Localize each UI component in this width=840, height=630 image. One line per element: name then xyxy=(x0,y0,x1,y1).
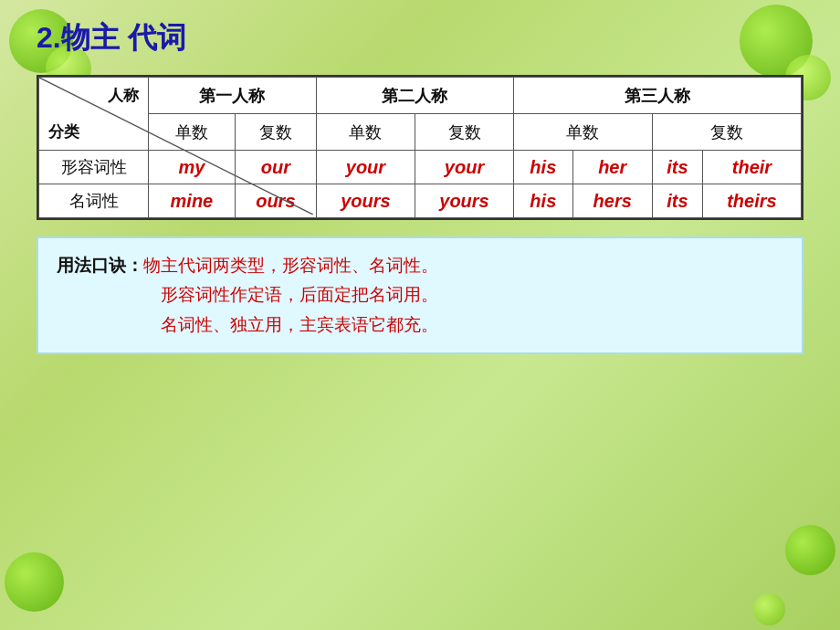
cell-0-3: your xyxy=(415,151,513,184)
deco-sphere-br2 xyxy=(753,593,785,625)
cell-0-6: its xyxy=(652,151,702,184)
cell-0-7: their xyxy=(702,151,801,184)
cell-1-6: its xyxy=(652,184,702,218)
cell-0-4: his xyxy=(514,151,573,184)
deco-sphere-br xyxy=(785,525,835,575)
tip-box: 用法口诀：物主代词两类型，形容词性、名词性。 形容词性作定语，后面定把名词用。 … xyxy=(37,236,803,354)
svg-line-0 xyxy=(39,78,313,215)
pronoun-table: 人称 分类 第一人称 第二人称 第三人称 单数 复数 单数 复数 单数 复数 形… xyxy=(38,77,802,218)
cell-0-5: her xyxy=(572,151,652,184)
sub-col3-2: 复数 xyxy=(652,114,801,151)
corner-top-text: 人称 xyxy=(108,85,139,106)
sub-col3-1: 单数 xyxy=(514,114,653,151)
tip-line-1: 形容词性作定语，后面定把名词用。 xyxy=(161,285,438,304)
cell-0-2: your xyxy=(316,151,415,184)
table-header-row: 人称 分类 第一人称 第二人称 第三人称 xyxy=(39,78,802,114)
page-title: 2.物主 代词 xyxy=(37,18,803,58)
cell-1-3: yours xyxy=(415,184,513,218)
page-container: 2.物主 代词 人称 分类 第一人称 第二人称 第三人称 xyxy=(0,0,840,373)
corner-bottom-text: 分类 xyxy=(48,121,79,142)
cell-1-5: hers xyxy=(572,184,652,218)
sub-col2-2: 复数 xyxy=(415,114,513,151)
sub-col2-1: 单数 xyxy=(316,114,415,151)
header-col2: 第二人称 xyxy=(316,78,513,114)
corner-diagonal-line xyxy=(39,78,313,215)
tip-line-0: 物主代词两类型，形容词性、名词性。 xyxy=(143,256,438,275)
cell-1-4: his xyxy=(514,184,573,218)
corner-cell: 人称 分类 xyxy=(39,78,149,151)
tip-line-2: 名词性、独立用，主宾表语它都充。 xyxy=(161,315,438,334)
deco-sphere-bl xyxy=(5,552,64,612)
cell-1-2: yours xyxy=(316,184,415,218)
tip-label: 用法口诀： xyxy=(57,256,143,275)
cell-1-7: theirs xyxy=(702,184,801,218)
pronoun-table-wrapper: 人称 分类 第一人称 第二人称 第三人称 单数 复数 单数 复数 单数 复数 形… xyxy=(37,75,803,220)
header-col3: 第三人称 xyxy=(514,78,802,114)
